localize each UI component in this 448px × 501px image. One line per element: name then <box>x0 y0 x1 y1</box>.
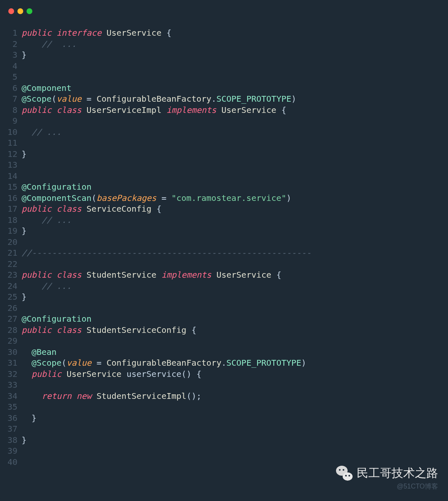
code-line: 8public class UserServiceImpl implements… <box>0 105 448 116</box>
code-line: 18 // ... <box>0 215 448 226</box>
line-number: 20 <box>0 237 22 248</box>
code-line: 26 <box>0 303 448 314</box>
line-code: // ... <box>22 215 71 226</box>
line-code: } <box>22 225 27 237</box>
code-line: 16@ComponentScan(basePackages = "com.ram… <box>0 193 448 204</box>
code-line: 22 <box>0 259 448 270</box>
line-number: 38 <box>0 435 22 446</box>
code-line: 33 <box>0 379 448 391</box>
line-code: @Scope(value = ConfigurableBeanFactory.S… <box>22 357 306 369</box>
line-number: 6 <box>0 83 22 94</box>
line-number: 11 <box>0 137 22 149</box>
code-line: 37 <box>0 423 448 435</box>
line-number: 27 <box>0 313 22 325</box>
line-number: 9 <box>0 115 22 127</box>
line-code: } <box>22 291 27 303</box>
line-number: 40 <box>0 457 22 468</box>
line-code: public class StudentServiceConfig { <box>22 325 196 336</box>
code-line: 2 // ... <box>0 39 448 50</box>
line-code: @Configuration <box>22 313 92 325</box>
line-number: 24 <box>0 281 22 292</box>
window-titlebar <box>0 0 448 14</box>
line-number: 2 <box>0 39 22 50</box>
line-number: 34 <box>0 391 22 402</box>
minimize-dot[interactable] <box>17 8 23 14</box>
line-number: 13 <box>0 159 22 171</box>
code-line: 31 @Scope(value = ConfigurableBeanFactor… <box>0 357 448 369</box>
code-line: 20 <box>0 237 448 248</box>
line-number: 25 <box>0 291 22 303</box>
line-number: 30 <box>0 347 22 358</box>
line-number: 26 <box>0 303 22 314</box>
code-window: 1public interface UserService {2 // ...3… <box>0 0 448 501</box>
line-number: 18 <box>0 215 22 226</box>
line-code: } <box>22 413 37 424</box>
code-line: 15@Configuration <box>0 181 448 193</box>
watermark: 民工哥技术之路 <box>336 465 438 481</box>
line-code: } <box>22 435 27 446</box>
maximize-dot[interactable] <box>27 8 32 14</box>
close-dot[interactable] <box>8 8 14 14</box>
code-line: 14 <box>0 171 448 182</box>
code-line: 17public class ServiceConfig { <box>0 203 448 215</box>
line-number: 29 <box>0 335 22 347</box>
line-number: 17 <box>0 203 22 215</box>
code-line: 36 } <box>0 413 448 424</box>
code-line: 9 <box>0 115 448 127</box>
code-line: 11 <box>0 137 448 149</box>
code-line: 34 return new StudentServiceImpl(); <box>0 391 448 402</box>
code-line: 6@Component <box>0 83 448 94</box>
line-number: 22 <box>0 259 22 270</box>
line-code: } <box>22 149 27 160</box>
code-line: 27@Configuration <box>0 313 448 325</box>
code-line: 7@Scope(value = ConfigurableBeanFactory.… <box>0 93 448 105</box>
code-line: 23public class StudentService implements… <box>0 269 448 281</box>
code-line: 30 @Bean <box>0 347 448 358</box>
code-line: 24 // ... <box>0 281 448 292</box>
code-line: 32 public UserService userService() { <box>0 369 448 380</box>
line-number: 14 <box>0 171 22 182</box>
code-area: 1public interface UserService {2 // ...3… <box>0 14 448 467</box>
code-line: 25} <box>0 291 448 303</box>
code-line: 28public class StudentServiceConfig { <box>0 325 448 336</box>
line-number: 19 <box>0 225 22 237</box>
line-number: 10 <box>0 127 22 138</box>
line-number: 16 <box>0 193 22 204</box>
line-number: 8 <box>0 105 22 116</box>
line-number: 39 <box>0 445 22 457</box>
line-number: 32 <box>0 369 22 380</box>
line-number: 35 <box>0 401 22 413</box>
code-line: 13 <box>0 159 448 171</box>
line-code: // ... <box>22 281 71 292</box>
code-line: 5 <box>0 71 448 83</box>
line-number: 23 <box>0 269 22 281</box>
code-line: 10 // ... <box>0 127 448 138</box>
code-line: 3} <box>0 49 448 61</box>
line-number: 7 <box>0 93 22 105</box>
code-line: 19} <box>0 225 448 237</box>
code-line: 1public interface UserService { <box>0 27 448 39</box>
line-number: 36 <box>0 413 22 424</box>
code-line: 38} <box>0 435 448 446</box>
line-number: 12 <box>0 149 22 160</box>
code-line: 39 <box>0 445 448 457</box>
line-number: 33 <box>0 379 22 391</box>
line-number: 3 <box>0 49 22 61</box>
line-number: 1 <box>0 27 22 39</box>
line-code: @Configuration <box>22 181 92 193</box>
line-code: @Bean <box>22 347 56 358</box>
line-code: public class ServiceConfig { <box>22 203 161 215</box>
line-code: //--------------------------------------… <box>22 247 311 259</box>
line-number: 37 <box>0 423 22 435</box>
line-number: 15 <box>0 181 22 193</box>
code-line: 12} <box>0 149 448 160</box>
line-number: 5 <box>0 71 22 83</box>
line-code: // ... <box>22 127 61 138</box>
code-line: 35 <box>0 401 448 413</box>
line-code: public class UserServiceImpl implements … <box>22 105 286 116</box>
line-code: @Scope(value = ConfigurableBeanFactory.S… <box>22 93 296 105</box>
line-number: 21 <box>0 247 22 259</box>
line-code: public UserService userService() { <box>22 369 202 380</box>
sub-watermark: @51CTO博客 <box>397 482 438 491</box>
line-code: public class StudentService implements U… <box>22 269 281 281</box>
